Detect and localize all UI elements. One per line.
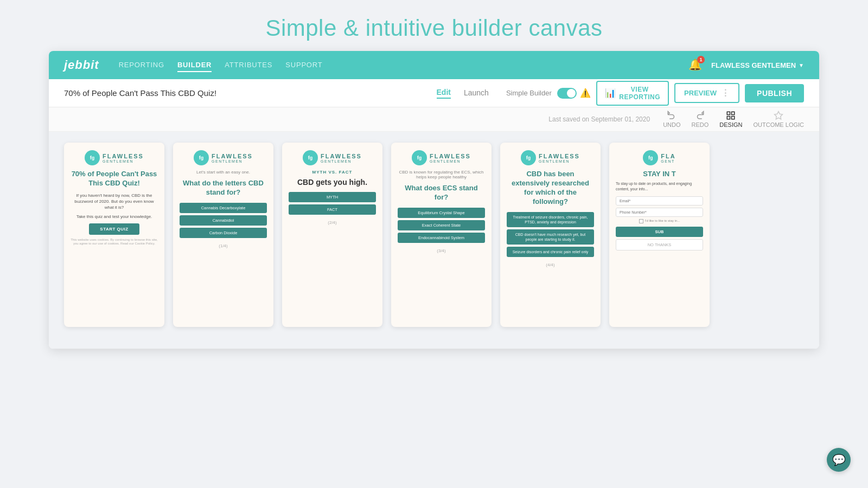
card-3-option-myth[interactable]: MYTH <box>289 192 376 202</box>
card-4-logo-label: FLAWLESS GENTLEMEN <box>430 153 471 163</box>
top-nav: jebbit REPORTING BUILDER ATTRIBUTES SUPP… <box>49 51 819 79</box>
card-3-logo-company: FLAWLESS <box>321 153 362 159</box>
more-options-icon[interactable]: ⋮ <box>721 88 730 98</box>
notification-bell[interactable]: 🔔 1 <box>688 58 703 72</box>
design-label: DESIGN <box>719 121 742 128</box>
start-quiz-button[interactable]: START QUIZ <box>89 223 139 235</box>
card-1-logo-company: FLAWLESS <box>103 153 144 159</box>
account-menu[interactable]: FLAWLESS GENTLEMEN ▼ <box>711 61 804 69</box>
card-3-inner: fg FLAWLESS GENTLEMEN MYTH VS. FACT CBD … <box>282 143 382 327</box>
card-4-counter: (3/4) <box>437 248 445 253</box>
card-5-option-2[interactable]: CBD doesn't have much research yet, but … <box>507 229 594 245</box>
outcome-logic-button[interactable]: OUTCOME LOGIC <box>753 111 804 128</box>
card-1-logo: fg FLAWLESS GENTLEMEN <box>85 150 144 165</box>
tab-edit[interactable]: Edit <box>437 88 451 99</box>
chevron-down-icon: ▼ <box>799 62 804 68</box>
card-6-logo: fg FLA GENT <box>643 150 675 165</box>
nav-link-builder[interactable]: BUILDER <box>177 59 212 72</box>
redo-button[interactable]: REDO <box>692 111 709 128</box>
card-5-logo-sub: GENTLEMEN <box>539 159 570 163</box>
action-group: UNDO REDO DESIGN OUTCOME LOGIC <box>663 111 804 128</box>
card-6-checkbox[interactable] <box>639 219 643 223</box>
card-2-option-1[interactable]: Cannabis Decarboxylate <box>180 203 267 213</box>
card-5-title: CBD has been extensively researched for … <box>507 170 594 207</box>
card-4-inner: fg FLAWLESS GENTLEMEN CBD is known for r… <box>391 143 492 327</box>
card-5-inner: fg FLAWLESS GENTLEMEN CBD has been exten… <box>500 143 601 327</box>
card-4-logo-sub: GENTLEMEN <box>430 159 461 163</box>
undo-label: UNDO <box>663 121 680 128</box>
card-3-option-fact[interactable]: FACT <box>289 204 376 215</box>
card-6-logo-label: FLA GENT <box>661 153 675 163</box>
toolbar-actions: Simple Builder ⚠️ 📊 VIEWREPORTING PREVIE… <box>506 81 804 106</box>
builder-canvas: fg FLAWLESS GENTLEMEN 70% of People Can'… <box>49 132 819 349</box>
svg-rect-2 <box>727 117 730 119</box>
simple-builder-toggle-wrapper: ⚠️ <box>557 88 591 99</box>
svg-rect-0 <box>727 112 730 114</box>
view-reporting-button[interactable]: 📊 VIEWREPORTING <box>596 81 669 106</box>
card-1-body1: If you haven't heard by now, CBD is the … <box>71 192 158 211</box>
card-6-nothanks-button[interactable]: NO THANKS <box>616 239 703 251</box>
card-4-logo-icon: fg <box>412 150 427 165</box>
card-6-phone-input[interactable] <box>616 208 703 217</box>
simple-builder-toggle[interactable] <box>557 88 577 99</box>
card-start[interactable]: fg FLAWLESS GENTLEMEN 70% of People Can'… <box>64 143 164 327</box>
card-4-option-2[interactable]: Exact Coherent State <box>398 220 485 230</box>
design-button[interactable]: DESIGN <box>719 111 742 128</box>
card-3-logo-icon: fg <box>303 150 318 165</box>
card-2-option-3[interactable]: Carbon Dioxide <box>180 228 267 238</box>
card-4-option-3[interactable]: Endocannabinoid System <box>398 233 485 243</box>
nav-link-support[interactable]: SUPPORT <box>285 59 322 72</box>
card-1-body2: Take this quiz and test your knowledge. <box>76 214 152 220</box>
card-myth-fact[interactable]: fg FLAWLESS GENTLEMEN MYTH VS. FACT CBD … <box>282 143 382 327</box>
card-2-option-2[interactable]: Cannabidiol <box>180 215 267 226</box>
card-6-checkbox-row: I'd like to like to stay in... <box>639 219 680 223</box>
nav-link-attributes[interactable]: ATTRIBUTES <box>225 59 272 72</box>
card-start-inner: fg FLAWLESS GENTLEMEN 70% of People Can'… <box>64 143 164 327</box>
card-5-logo-company: FLAWLESS <box>539 153 580 159</box>
last-saved-text: Last saved on September 01, 2020 <box>64 115 650 123</box>
card-5-logo: fg FLAWLESS GENTLEMEN <box>521 150 580 165</box>
redo-label: REDO <box>692 121 709 128</box>
card-6-email-input[interactable] <box>616 196 703 206</box>
card-6-body: To stay up to date on products, and enga… <box>616 181 703 192</box>
card-3-logo-sub: GENTLEMEN <box>321 159 352 163</box>
card-2-question-label: Let's start with an easy one. <box>196 170 250 175</box>
publish-button[interactable]: PUBLISH <box>745 84 804 102</box>
card-2-counter: (1/4) <box>219 243 227 248</box>
warning-icon: ⚠️ <box>580 88 591 98</box>
chat-icon: 💬 <box>832 453 846 466</box>
preview-button[interactable]: PREVIEW ⋮ <box>674 83 739 103</box>
card-6-submit-button[interactable]: SUB <box>616 227 703 237</box>
card-4-logo-company: FLAWLESS <box>430 153 471 159</box>
card-2-title: What do the letters CBD stand for? <box>180 179 267 197</box>
card-5-option-1[interactable]: Treatment of seizure disorders, chronic … <box>507 212 594 227</box>
toolbar-tabs: Edit Launch <box>437 88 489 99</box>
quiz-title: 70% of People Can't Pass This CBD Quiz! <box>64 88 419 98</box>
card-question-2[interactable]: fg FLAWLESS GENTLEMEN CBD is known for r… <box>391 143 492 327</box>
card-1-logo-sub: GENTLEMEN <box>103 159 133 163</box>
card-5-logo-icon: fg <box>521 150 536 165</box>
card-question-3[interactable]: fg FLAWLESS GENTLEMEN CBD has been exten… <box>500 143 601 327</box>
tab-launch[interactable]: Launch <box>464 88 489 98</box>
card-6-title: STAY IN T <box>643 170 675 178</box>
card-capture[interactable]: fg FLA GENT STAY IN T To stay up to date… <box>609 143 710 327</box>
card-3-counter: (2/4) <box>328 220 336 225</box>
card-4-question-label: CBD is known for regulating the ECS, whi… <box>398 170 485 179</box>
card-3-logo-label: FLAWLESS GENTLEMEN <box>321 153 362 163</box>
svg-rect-1 <box>732 112 735 114</box>
card-4-option-1[interactable]: Equilibrium Crystal Shape <box>398 208 485 218</box>
nav-link-reporting[interactable]: REPORTING <box>119 59 164 72</box>
chat-bubble[interactable]: 💬 <box>827 448 851 472</box>
card-1-logo-icon: fg <box>85 150 100 165</box>
simple-builder-label: Simple Builder <box>506 89 552 97</box>
svg-marker-4 <box>775 112 783 119</box>
undo-button[interactable]: UNDO <box>663 111 680 128</box>
sub-toolbar: Last saved on September 01, 2020 UNDO RE… <box>49 107 819 132</box>
card-6-inner: fg FLA GENT STAY IN T To stay up to date… <box>609 143 710 327</box>
card-1-disclaimer: This website uses cookies. By continuing… <box>71 238 158 247</box>
card-5-option-3[interactable]: Seizure disorders and chronic pain relie… <box>507 247 594 257</box>
account-name: FLAWLESS GENTLEMEN <box>711 61 796 69</box>
toolbar: 70% of People Can't Pass This CBD Quiz! … <box>49 79 819 107</box>
card-2-logo: fg FLAWLESS GENTLEMEN <box>194 150 253 165</box>
card-question-1[interactable]: fg FLAWLESS GENTLEMEN Let's start with a… <box>173 143 273 327</box>
